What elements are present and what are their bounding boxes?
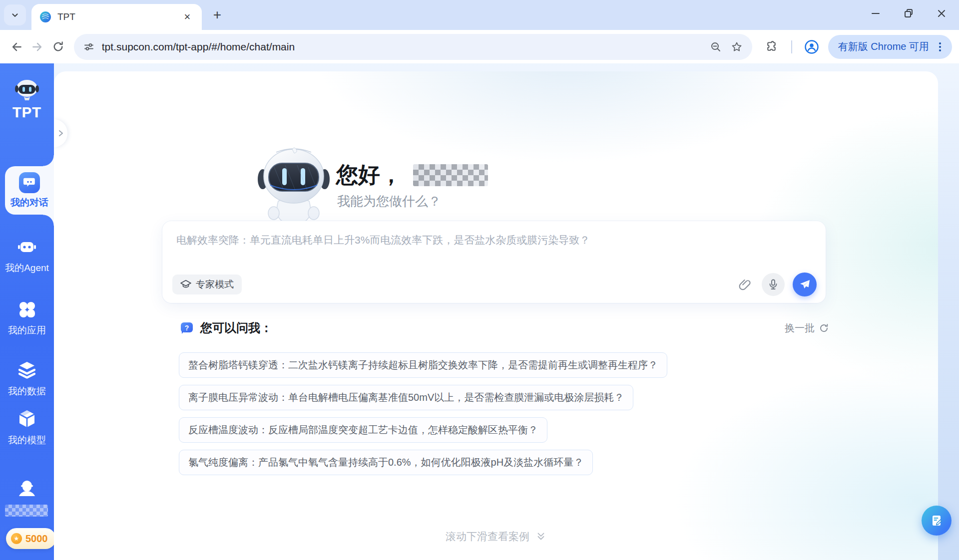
app-logo: TPT bbox=[0, 78, 54, 121]
sidebar: TPT 我的对话 我的Agent bbox=[0, 63, 54, 560]
profile-avatar-icon bbox=[804, 39, 819, 54]
data-layers-icon bbox=[17, 360, 36, 379]
suggestion-chip[interactable]: 反应槽温度波动：反应槽局部温度突变超工艺卡边值，怎样稳定酸解区热平衡？ bbox=[179, 417, 547, 443]
send-plane-icon bbox=[799, 279, 811, 290]
sidebar-item-label: 我的Agent bbox=[0, 262, 54, 275]
points-badge[interactable]: ★ 5000 bbox=[6, 528, 56, 549]
new-chat-fab[interactable] bbox=[922, 506, 952, 536]
window-minimize-button[interactable] bbox=[865, 4, 886, 23]
greeting-subtitle: 我能为您做什么？ bbox=[337, 193, 441, 210]
zoom-out-icon bbox=[710, 41, 722, 53]
url-text[interactable]: tpt.supcon.com/tpt-app/#/home/chat/main bbox=[102, 41, 705, 53]
suggestion-chip[interactable]: 离子膜电压异常波动：单台电解槽电压偏离基准值50mV以上，是否需检查膜泄漏或电极… bbox=[179, 385, 633, 410]
tab-strip: TPT × + bbox=[0, 0, 959, 30]
back-button[interactable] bbox=[6, 35, 27, 58]
input-actions-row: 专家模式 bbox=[172, 273, 817, 296]
double-chevron-down-icon bbox=[535, 531, 546, 542]
chat-home-card: 您好， 我能为您做什么？ 专家模式 bbox=[54, 71, 938, 560]
chrome-update-button[interactable]: 有新版 Chrome 可用 bbox=[828, 35, 952, 59]
chat-input-card: 专家模式 bbox=[162, 221, 826, 303]
tpt-robot-logo-icon bbox=[14, 78, 40, 101]
sidebar-item-label: 我的模型 bbox=[0, 434, 54, 447]
minimize-icon bbox=[870, 8, 881, 19]
attach-file-button[interactable] bbox=[735, 275, 755, 294]
sidebar-item-label: 我的应用 bbox=[0, 324, 54, 337]
agent-robot-icon bbox=[17, 239, 36, 256]
sidebar-item-my-apps[interactable]: 我的应用 bbox=[0, 300, 54, 337]
expert-mode-label: 专家模式 bbox=[196, 278, 234, 291]
voice-input-button[interactable] bbox=[762, 273, 785, 296]
chat-input[interactable] bbox=[162, 221, 826, 264]
kebab-menu-icon[interactable] bbox=[935, 41, 945, 52]
extensions-button[interactable] bbox=[760, 35, 783, 58]
suggestion-list: 螯合树脂塔钙镁穿透：二次盐水钙镁离子持续超标且树脂交换效率下降，是否需提前再生或… bbox=[179, 352, 667, 475]
chevron-right-icon bbox=[57, 129, 65, 137]
sidebar-item-label: 我的数据 bbox=[0, 385, 54, 398]
chevron-down-icon bbox=[9, 9, 20, 20]
worker-hardhat-icon bbox=[16, 476, 38, 498]
forward-arrow-icon bbox=[31, 40, 44, 53]
extensions-puzzle-icon bbox=[765, 40, 778, 53]
sidebar-item-my-data[interactable]: 我的数据 bbox=[0, 360, 54, 398]
sidebar-item-my-chats[interactable]: 我的对话 bbox=[5, 166, 54, 215]
refresh-icon bbox=[819, 323, 829, 333]
window-controls bbox=[865, 4, 952, 23]
question-bubble-icon: ? bbox=[180, 321, 194, 335]
browser-toolbar: tpt.supcon.com/tpt-app/#/home/chat/main … bbox=[0, 30, 959, 63]
site-info-icon[interactable] bbox=[83, 41, 95, 53]
sidebar-user[interactable] bbox=[0, 476, 54, 500]
scroll-hint[interactable]: 滚动下滑查看案例 bbox=[54, 530, 938, 544]
new-tab-button[interactable]: + bbox=[207, 4, 228, 25]
sidebar-item-my-models[interactable]: 我的模型 bbox=[0, 409, 54, 447]
reload-icon bbox=[52, 40, 64, 53]
forward-button[interactable] bbox=[27, 35, 48, 58]
window-restore-button[interactable] bbox=[898, 4, 919, 23]
back-arrow-icon bbox=[10, 40, 23, 53]
browser-window: TPT × + tpt.supcon.com/tpt- bbox=[0, 0, 959, 560]
robot-mascot bbox=[246, 145, 341, 230]
scroll-hint-label: 滚动下滑查看案例 bbox=[446, 530, 529, 544]
refresh-label: 换一批 bbox=[785, 321, 815, 335]
greeting-row: 您好， bbox=[336, 160, 488, 190]
tab-title: TPT bbox=[57, 11, 180, 22]
suggestion-chip[interactable]: 氯气纯度偏离：产品氯气中氧气含量持续高于0.6%，如何优化阳极液pH及淡盐水循环… bbox=[179, 450, 593, 475]
toolbar-right: 有新版 Chrome 可用 bbox=[760, 35, 952, 59]
sidebar-item-label: 我的对话 bbox=[5, 196, 54, 209]
model-cube-icon bbox=[18, 409, 36, 428]
apps-clover-icon bbox=[18, 300, 36, 318]
svg-text:?: ? bbox=[185, 324, 189, 332]
card-background-gradient bbox=[54, 71, 938, 560]
edit-note-icon bbox=[930, 514, 944, 528]
address-bar[interactable]: tpt.supcon.com/tpt-app/#/home/chat/main bbox=[74, 34, 752, 60]
send-button[interactable] bbox=[793, 273, 817, 296]
points-value: 5000 bbox=[25, 533, 48, 545]
paperclip-icon bbox=[738, 278, 752, 291]
suggestion-chip[interactable]: 螯合树脂塔钙镁穿透：二次盐水钙镁离子持续超标且树脂交换效率下降，是否需提前再生或… bbox=[179, 352, 667, 378]
logo-text: TPT bbox=[0, 104, 54, 121]
sidebar-item-my-agent[interactable]: 我的Agent bbox=[0, 239, 54, 275]
window-close-button[interactable] bbox=[931, 4, 952, 23]
bookmark-button[interactable] bbox=[726, 36, 747, 57]
chat-bubble-icon bbox=[19, 172, 40, 193]
coin-icon: ★ bbox=[11, 533, 22, 544]
tab-close-button[interactable]: × bbox=[180, 9, 195, 24]
reload-button[interactable] bbox=[48, 35, 69, 58]
graduation-cap-icon bbox=[180, 280, 191, 289]
chrome-update-label: 有新版 Chrome 可用 bbox=[838, 40, 929, 53]
profile-button[interactable] bbox=[800, 35, 823, 58]
app-body: TPT 我的对话 我的Agent bbox=[0, 63, 959, 560]
refresh-suggestions-button[interactable]: 换一批 bbox=[785, 321, 829, 335]
username-redacted bbox=[5, 505, 48, 517]
expert-mode-button[interactable]: 专家模式 bbox=[172, 275, 242, 294]
close-icon bbox=[936, 8, 947, 19]
sidebar-expand-handle[interactable] bbox=[54, 119, 67, 147]
browser-tab-tpt[interactable]: TPT × bbox=[31, 4, 202, 30]
restore-icon bbox=[903, 8, 914, 19]
tab-search-button[interactable] bbox=[4, 4, 26, 25]
tab-favicon-icon bbox=[39, 11, 51, 23]
suggestions-title: 您可以问我： bbox=[200, 320, 272, 336]
microphone-icon bbox=[767, 279, 779, 290]
main-content: 您好， 我能为您做什么？ 专家模式 bbox=[54, 63, 959, 560]
username-redacted bbox=[413, 164, 488, 186]
zoom-out-button[interactable] bbox=[705, 36, 726, 57]
